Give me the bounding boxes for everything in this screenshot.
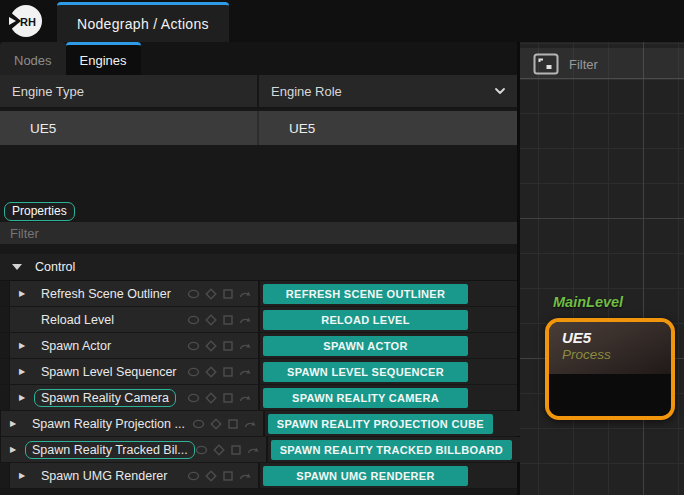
app-window: RH Nodegraph / Actions Nodes Engines Eng… <box>0 0 684 495</box>
row-state-icons <box>187 288 252 300</box>
expand-arrow-icon[interactable]: ▶ <box>1 445 25 454</box>
tab-engines[interactable]: Engines <box>66 42 141 75</box>
action-button[interactable]: SPAWN ACTOR <box>263 336 468 356</box>
action-button[interactable]: SPAWN REALITY TRACKED BILLBOARD <box>271 440 512 460</box>
chevron-down-icon[interactable] <box>493 84 507 98</box>
row-gutter <box>0 307 10 332</box>
diamond-keyframe-icon[interactable] <box>205 470 217 482</box>
action-cell: SPAWN ACTOR <box>258 333 517 358</box>
engine-role-cell[interactable]: UE5 <box>259 111 517 145</box>
property-label: Spawn Reality Tracked Bil... <box>25 441 195 459</box>
square-keyframe-icon[interactable] <box>222 340 234 352</box>
panel-tab-bar: Nodes Engines <box>0 42 517 75</box>
property-row[interactable]: ▶ Refresh Scene Outliner REFRESH SCENE O… <box>0 281 517 307</box>
diamond-keyframe-icon[interactable] <box>205 366 217 378</box>
revert-arrow-icon[interactable] <box>239 470 252 482</box>
square-keyframe-icon[interactable] <box>230 444 242 456</box>
expand-arrow-icon[interactable]: ▶ <box>10 289 34 298</box>
expand-arrow-icon[interactable]: ▶ <box>10 393 34 402</box>
oval-keyframe-icon[interactable] <box>187 288 200 300</box>
action-cell: SPAWN REALITY TRACKED BILLBOARD <box>266 437 525 462</box>
property-row[interactable]: ▶ Spawn Actor SPAWN ACTOR <box>0 333 517 359</box>
column-header-engine-type[interactable]: Engine Type <box>0 75 259 107</box>
action-cell: SPAWN UMG RENDERER <box>258 463 517 488</box>
oval-keyframe-icon[interactable] <box>187 340 200 352</box>
property-label: Spawn Actor <box>34 337 118 355</box>
oval-keyframe-icon[interactable] <box>187 366 200 378</box>
property-row[interactable]: ▶ Reload Level RELOAD LEVEL <box>0 307 517 333</box>
properties-filter-input[interactable] <box>0 222 517 244</box>
ue5-process-node[interactable]: UE5 Process <box>545 318 675 420</box>
revert-arrow-icon[interactable] <box>239 392 252 404</box>
main-tab-nodegraph-actions[interactable]: Nodegraph / Actions <box>57 2 229 42</box>
engine-table-row[interactable]: UE5 UE5 <box>0 111 517 145</box>
tab-nodes[interactable]: Nodes <box>0 42 66 75</box>
row-gutter <box>0 385 10 410</box>
oval-keyframe-icon[interactable] <box>187 314 200 326</box>
square-keyframe-icon[interactable] <box>227 418 239 430</box>
revert-arrow-icon[interactable] <box>239 366 252 378</box>
property-label: Spawn Reality Camera <box>34 389 176 407</box>
graph-filter-input[interactable] <box>569 57 659 72</box>
action-button[interactable]: SPAWN LEVEL SEQUENCER <box>263 362 468 382</box>
expand-arrow-icon[interactable]: ▶ <box>1 419 25 428</box>
diamond-keyframe-icon[interactable] <box>205 392 217 404</box>
action-cell: SPAWN LEVEL SEQUENCER <box>258 359 517 384</box>
row-state-icons <box>192 418 257 430</box>
action-button[interactable]: SPAWN REALITY PROJECTION CUBE <box>268 414 493 434</box>
row-state-icons <box>187 470 252 482</box>
revert-arrow-icon[interactable] <box>247 444 260 456</box>
square-keyframe-icon[interactable] <box>222 366 234 378</box>
property-row[interactable]: ▶ Spawn Reality Tracked Bil... SPAWN REA… <box>0 437 517 463</box>
action-button[interactable]: RELOAD LEVEL <box>263 310 468 330</box>
properties-list: ▶ Refresh Scene Outliner REFRESH SCENE O… <box>0 281 517 489</box>
diamond-keyframe-icon[interactable] <box>210 418 222 430</box>
main-tab-label: Nodegraph / Actions <box>77 16 209 32</box>
oval-keyframe-icon[interactable] <box>195 444 208 456</box>
property-label: Spawn Level Sequencer <box>34 363 184 381</box>
square-keyframe-icon[interactable] <box>222 314 234 326</box>
square-keyframe-icon[interactable] <box>222 392 234 404</box>
graph-filter-bar <box>520 48 684 80</box>
action-button[interactable]: SPAWN REALITY CAMERA <box>263 388 468 408</box>
square-keyframe-icon[interactable] <box>222 288 234 300</box>
row-gutter <box>0 281 10 306</box>
expand-arrow-icon[interactable]: ▶ <box>10 471 34 480</box>
action-button[interactable]: REFRESH SCENE OUTLINER <box>263 284 468 304</box>
properties-badge[interactable]: Properties <box>4 202 75 221</box>
diamond-keyframe-icon[interactable] <box>205 340 217 352</box>
reality-hub-logo-icon[interactable]: RH <box>9 4 43 38</box>
engine-type-cell[interactable]: UE5 <box>0 111 259 145</box>
nodegraph-canvas[interactable]: MainLevel UE5 Process <box>520 42 684 495</box>
property-row[interactable]: ▶ Spawn UMG Renderer SPAWN UMG RENDERER <box>0 463 517 489</box>
action-cell: REFRESH SCENE OUTLINER <box>258 281 517 306</box>
row-state-icons <box>187 340 252 352</box>
revert-arrow-icon[interactable] <box>244 418 257 430</box>
property-row[interactable]: ▶ Spawn Level Sequencer SPAWN LEVEL SEQU… <box>0 359 517 385</box>
property-row[interactable]: ▶ Spawn Reality Projection ... SPAWN REA… <box>0 411 517 437</box>
revert-arrow-icon[interactable] <box>239 340 252 352</box>
diamond-keyframe-icon[interactable] <box>213 444 225 456</box>
node-level-label: MainLevel <box>553 294 623 310</box>
group-header-control[interactable]: Control <box>0 254 517 281</box>
revert-arrow-icon[interactable] <box>239 288 252 300</box>
diamond-keyframe-icon[interactable] <box>205 314 217 326</box>
property-label: Refresh Scene Outliner <box>34 285 178 303</box>
property-row[interactable]: ▶ Spawn Reality Camera SPAWN REALITY CAM… <box>0 385 517 411</box>
square-keyframe-icon[interactable] <box>222 470 234 482</box>
oval-keyframe-icon[interactable] <box>187 392 200 404</box>
revert-arrow-icon[interactable] <box>239 314 252 326</box>
oval-keyframe-icon[interactable] <box>187 470 200 482</box>
svg-text:RH: RH <box>20 16 36 28</box>
fit-view-icon[interactable] <box>533 53 559 75</box>
action-button[interactable]: SPAWN UMG RENDERER <box>263 466 468 486</box>
expand-arrow-icon[interactable]: ▶ <box>10 341 34 350</box>
engines-panel: Nodes Engines Engine Type Engine Role UE… <box>0 42 517 495</box>
collapse-caret-icon[interactable] <box>12 264 22 270</box>
oval-keyframe-icon[interactable] <box>192 418 205 430</box>
property-label: Spawn Reality Projection ... <box>25 415 192 433</box>
group-label: Control <box>35 260 75 274</box>
column-header-engine-role[interactable]: Engine Role <box>259 75 517 107</box>
expand-arrow-icon[interactable]: ▶ <box>10 367 34 376</box>
diamond-keyframe-icon[interactable] <box>205 288 217 300</box>
